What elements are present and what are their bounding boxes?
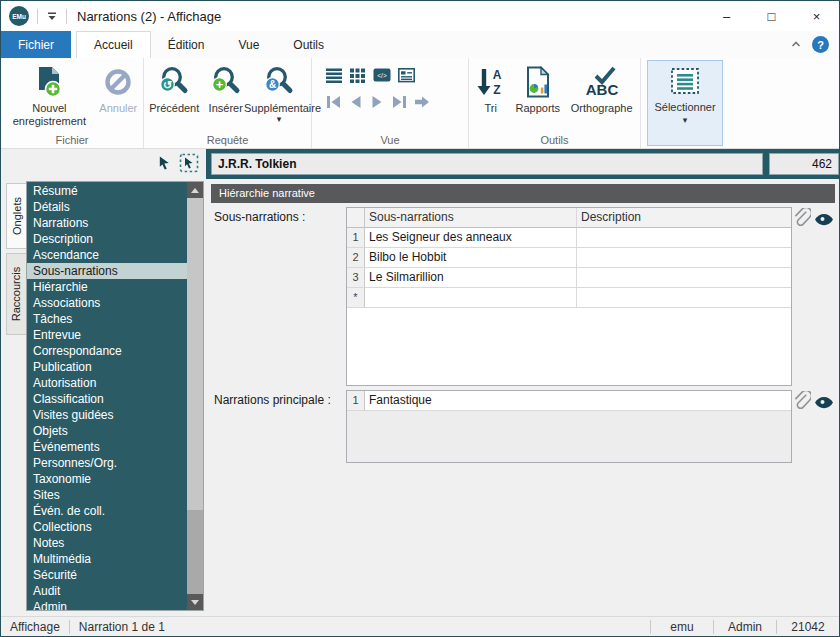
cell-description[interactable] [577, 288, 791, 308]
sidebar-tab-raccourcis[interactable]: Raccourcis [6, 253, 26, 335]
cell-description[interactable] [577, 228, 791, 248]
cell-description[interactable] [577, 248, 791, 268]
status-user: emu [651, 620, 713, 634]
scroll-down-icon[interactable] [187, 594, 203, 610]
cell-sous-narration[interactable]: Bilbo le Hobbit [365, 248, 577, 268]
sidebar-item-collections[interactable]: Collections [27, 519, 187, 535]
precedent-button[interactable]: ↺ Précédent [146, 59, 202, 115]
sidebar-item-sites[interactable]: Sites [27, 487, 187, 503]
svg-text:ABC: ABC [585, 81, 618, 98]
sidebar-item-details[interactable]: Détails [27, 199, 187, 215]
scroll-up-icon[interactable] [187, 182, 203, 198]
tab-content: Hiérarchie narrative Sous-narrations : S… [206, 179, 839, 616]
status-record-position: Narration 1 de 1 [70, 620, 174, 634]
titlebar-separator [66, 9, 67, 24]
sidebar-item-taxonomie[interactable]: Taxonomie [27, 471, 187, 487]
sidebar-item-description[interactable]: Description [27, 231, 187, 247]
ribbon-tab-strip: Fichier Accueil Édition Vue Outils ? [1, 31, 839, 58]
maximize-button[interactable]: □ [749, 1, 794, 31]
sidebar-item-objets[interactable]: Objets [27, 423, 187, 439]
sidebar-item-taches[interactable]: Tâches [27, 311, 187, 327]
sidebar-item-personnes-org[interactable]: Personnes/Org. [27, 455, 187, 471]
column-header-sous-narrations[interactable]: Sous-narrations [365, 208, 577, 228]
scrollbar-thumb[interactable] [187, 198, 203, 510]
sidebar-item-classification[interactable]: Classification [27, 391, 187, 407]
sidebar-item-evenements[interactable]: Événements [27, 439, 187, 455]
tab-fichier[interactable]: Fichier [1, 31, 71, 58]
sidebar-item-resume[interactable]: Résumé [27, 183, 187, 199]
sidebar-item-narrations[interactable]: Narrations [27, 215, 187, 231]
view-details-icon[interactable] [398, 67, 415, 87]
sidebar-item-correspondance[interactable]: Correspondance [27, 343, 187, 359]
sidebar-item-even-de-coll[interactable]: Évén. de coll. [27, 503, 187, 519]
tri-button[interactable]: AZ Tri [471, 59, 510, 115]
sidebar-item-multimedia[interactable]: Multimédia [27, 551, 187, 567]
nav-last-record-icon[interactable] [391, 95, 407, 113]
attachment-paperclip-icon[interactable] [792, 391, 811, 416]
table-row: 3 Le Silmarillion [347, 268, 791, 288]
sous-narrations-actions [792, 208, 834, 233]
nav-next-record-icon[interactable] [370, 95, 384, 113]
tab-outils[interactable]: Outils [276, 31, 341, 58]
rapports-button[interactable]: Rapports [510, 59, 565, 115]
svg-text:Z: Z [493, 83, 500, 97]
attachment-paperclip-icon[interactable] [792, 208, 811, 233]
view-attachment-eye-icon[interactable] [814, 395, 834, 413]
cell-narration-principale[interactable]: Fantastique [365, 391, 791, 411]
status-bar: Affichage Narration 1 de 1 emu Admin 210… [1, 616, 839, 636]
sidebar-item-admin[interactable]: Admin [27, 599, 187, 611]
record-title-field[interactable]: J.R.R. Tolkien [211, 153, 763, 175]
inserer-button[interactable]: + Insérer [202, 59, 249, 115]
nav-goto-record-icon[interactable] [414, 95, 430, 113]
sidebar-item-publication[interactable]: Publication [27, 359, 187, 375]
new-record-button[interactable]: Nouvel enregistrement [3, 59, 96, 128]
close-button[interactable]: × [794, 1, 839, 31]
sidebar-item-autorisation[interactable]: Autorisation [27, 375, 187, 391]
cell-description[interactable] [577, 268, 791, 288]
help-button[interactable]: ? [812, 36, 829, 53]
sidebar-item-securite[interactable]: Sécurité [27, 567, 187, 583]
view-code-icon[interactable]: </> [373, 67, 391, 87]
view-attachment-eye-icon[interactable] [814, 212, 834, 230]
view-list-icon[interactable] [326, 67, 343, 87]
tab-edition[interactable]: Édition [151, 31, 222, 58]
row-number-header[interactable] [347, 208, 365, 228]
record-number-field[interactable]: 462 [769, 153, 839, 175]
quick-access-toolbar-caret-icon[interactable] [46, 10, 58, 22]
list-item: 1 Fantastique [347, 391, 791, 411]
sidebar-tab-onglets[interactable]: Onglets [6, 183, 26, 249]
supplementaire-button[interactable]: & Supplémentaire ▾ [249, 59, 309, 123]
nav-first-record-icon[interactable] [326, 95, 342, 113]
sidebar-item-audit[interactable]: Audit [27, 583, 187, 599]
sidebar-item-ascendance[interactable]: Ascendance [27, 247, 187, 263]
pointer-arrow-icon[interactable] [157, 155, 172, 175]
svg-text:&: & [269, 79, 276, 90]
sidebar-item-associations[interactable]: Associations [27, 295, 187, 311]
minimize-button[interactable]: – [704, 1, 749, 31]
column-header-description[interactable]: Description [577, 208, 791, 228]
sidebar-item-hierarchie[interactable]: Hiérarchie [27, 279, 187, 295]
sidebar-item-notes[interactable]: Notes [27, 535, 187, 551]
tab-accueil[interactable]: Accueil [76, 31, 151, 58]
list-empty-area [347, 411, 791, 462]
tab-vue[interactable]: Vue [221, 31, 276, 58]
sidebar-item-entrevue[interactable]: Entrevue [27, 327, 187, 343]
chevron-down-icon: ▾ [683, 116, 688, 124]
status-group: Admin [714, 620, 776, 634]
annuler-button[interactable]: Annuler [96, 59, 141, 115]
sidebar-scrollbar[interactable] [187, 182, 203, 610]
sidebar-item-sous-narrations[interactable]: Sous-narrations [27, 263, 187, 279]
collapse-ribbon-icon[interactable] [790, 36, 802, 54]
nav-previous-record-icon[interactable] [349, 95, 363, 113]
cell-sous-narration[interactable]: Le Silmarillion [365, 268, 577, 288]
cell-sous-narration[interactable] [365, 288, 577, 308]
select-record-mode-icon[interactable] [179, 153, 199, 177]
cell-sous-narration[interactable]: Les Seigneur des anneaux [365, 228, 577, 248]
left-panel: Onglets Raccourcis Résumé Détails Narrat… [1, 149, 206, 616]
search-insert-icon: + [209, 62, 243, 102]
orthographe-button[interactable]: ABC Orthographe [565, 59, 638, 115]
table-row: 1 Les Seigneur des anneaux [347, 228, 791, 248]
view-grid-icon[interactable] [350, 67, 366, 87]
sidebar-item-visites-guidees[interactable]: Visites guidées [27, 407, 187, 423]
selectionner-button[interactable]: Sélectionner ▾ [647, 60, 723, 146]
